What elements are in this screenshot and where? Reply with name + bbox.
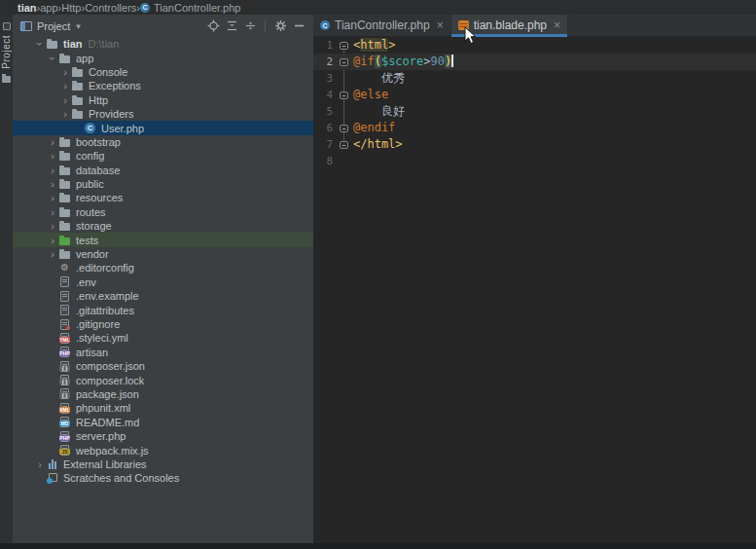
tab-close-icon[interactable]: × — [554, 18, 560, 32]
tree-item-label: storage — [76, 220, 112, 232]
tree-item-package-json[interactable]: ›{ }package.json — [13, 387, 313, 401]
tree-item-tian[interactable]: ›tianD:\tian — [13, 37, 313, 51]
editor-body[interactable]: 1<html>2@if($score>90)3 优秀4@else5 良好6@en… — [313, 37, 756, 542]
tree-item-config[interactable]: ›config — [13, 149, 313, 163]
gutter-line-number[interactable]: 1 — [313, 37, 337, 54]
fold-marker-icon[interactable] — [340, 125, 348, 132]
tree-item-composer-json[interactable]: ›{ }composer.json — [13, 359, 313, 373]
code-line-1[interactable]: 1<html> — [313, 37, 756, 54]
chevron-collapsed-icon: › — [59, 67, 71, 77]
tree-item-label: routes — [76, 206, 106, 218]
code-text: @endif — [350, 120, 395, 136]
fold-marker-icon[interactable] — [340, 141, 348, 149]
tree-item-providers[interactable]: ›Providers — [13, 107, 313, 121]
tab-tiancontroller-php[interactable]: CTianController.php× — [313, 15, 451, 36]
tree-item-label: .gitignore — [76, 318, 120, 330]
tree-item-phpunit-xml[interactable]: ›XMLphpunit.xml — [13, 401, 313, 415]
chevron-collapsed-icon: › — [59, 81, 71, 91]
fold-marker-icon[interactable] — [340, 42, 348, 50]
tool-window-stripe[interactable]: Project — [0, 15, 13, 549]
tree-item-tests[interactable]: ›tests — [13, 233, 313, 246]
tree-item-scratches-and-consoles[interactable]: ›Scratches and Consoles — [13, 471, 313, 485]
collapse-all-button[interactable] — [225, 19, 238, 33]
tree-item-user-php[interactable]: ›CUser.php — [13, 121, 313, 134]
breadcrumb-item-http[interactable]: Http — [61, 2, 81, 14]
gutter-line-number[interactable]: 6 — [313, 120, 337, 136]
tree-item-app[interactable]: ›app — [13, 51, 313, 64]
code-token: @else — [353, 88, 388, 101]
code-token: > — [423, 55, 430, 68]
tree-item-console[interactable]: ›Console — [13, 65, 313, 79]
fold-column — [337, 70, 350, 87]
tree-item-exceptions[interactable]: ›Exceptions — [13, 79, 313, 92]
code-line-8[interactable]: 8 — [313, 153, 756, 169]
code-line-5[interactable]: 5 良好 — [313, 103, 756, 120]
code-line-2[interactable]: 2@if($score>90) — [313, 54, 756, 70]
minus-icon — [293, 19, 306, 32]
breadcrumb-item-tian[interactable]: tian — [18, 2, 37, 14]
toolbar-divider — [265, 20, 266, 32]
gutter-line-number[interactable]: 4 — [313, 87, 337, 103]
code-token: > — [388, 38, 395, 52]
code-line-7[interactable]: 7</html> — [313, 136, 756, 153]
tree-item-readme-md[interactable]: ›MDREADME.md — [13, 416, 313, 429]
tree-item-database[interactable]: ›database — [13, 164, 313, 177]
tree-item-label: User.php — [101, 123, 144, 134]
project-tool-window: Project ▾ — [13, 15, 313, 543]
stripe-folder-icon — [2, 76, 11, 83]
folder-icon — [46, 38, 58, 50]
tab-close-icon[interactable]: × — [437, 18, 444, 32]
chevron-collapsed-icon: › — [34, 459, 46, 469]
tree-item-composer-lock[interactable]: ›{ }composer.lock — [13, 373, 313, 386]
tree-item-external-libraries[interactable]: ›External Libraries — [13, 458, 313, 471]
tree-item--styleci-yml[interactable]: ›YML.styleci.yml — [13, 331, 313, 345]
gutter-line-number[interactable]: 7 — [313, 136, 337, 153]
tree-item-http[interactable]: ›Http — [13, 93, 313, 107]
tree-item-label: Console — [89, 66, 127, 78]
json-file-icon: { } — [58, 375, 71, 386]
gutter-line-number[interactable]: 3 — [313, 70, 337, 87]
fold-marker-icon[interactable] — [340, 92, 348, 99]
breadcrumb-item-tiancontroller.php[interactable]: CTianController.php — [140, 2, 240, 14]
tree-item-label: server.php — [76, 430, 126, 442]
crosshair-icon — [207, 19, 220, 32]
hide-panel-button[interactable] — [292, 19, 306, 33]
tree-item--gitattributes[interactable]: ›.gitattributes — [13, 303, 313, 316]
tree-item-public[interactable]: ›public — [13, 177, 313, 191]
tree-item-routes[interactable]: ›routes — [13, 205, 313, 219]
expand-all-button[interactable] — [243, 19, 257, 33]
tree-item-server-php[interactable]: ›PHPserver.php — [13, 429, 313, 443]
folder-icon — [58, 192, 71, 203]
tree-item-path-hint: D:\tian — [89, 38, 120, 50]
tree-item--env[interactable]: ›.env — [13, 275, 313, 289]
breadcrumb-item-controllers[interactable]: Controllers — [85, 2, 136, 14]
tree-item--env-example[interactable]: ›.env.example — [13, 289, 313, 303]
chevron-down-icon[interactable]: ▾ — [76, 21, 81, 31]
fold-marker-icon[interactable] — [340, 58, 348, 66]
tree-item-bootstrap[interactable]: ›bootstrap — [13, 135, 313, 149]
folder-icon — [71, 66, 84, 78]
locate-file-button[interactable] — [206, 19, 220, 33]
code-line-4[interactable]: 4@else — [313, 87, 756, 103]
gutter-line-number[interactable]: 2 — [313, 54, 337, 70]
gutter-line-number[interactable]: 8 — [313, 153, 337, 169]
code-token: $score — [381, 55, 423, 68]
js-file-icon: JS — [58, 445, 71, 457]
stripe-project-label[interactable]: Project — [1, 35, 12, 69]
tree-item-vendor[interactable]: ›vendor — [13, 247, 313, 261]
code-line-3[interactable]: 3 优秀 — [313, 70, 756, 87]
tree-item-storage[interactable]: ›storage — [13, 219, 313, 233]
tree-item-artisan[interactable]: ›PHPartisan — [13, 346, 313, 359]
gutter-line-number[interactable]: 5 — [313, 103, 337, 120]
tree-item-resources[interactable]: ›resources — [13, 191, 313, 204]
tree-item--gitignore[interactable]: ›.gitignore — [13, 317, 313, 331]
code-line-6[interactable]: 6@endif — [313, 120, 756, 136]
fold-column — [337, 54, 350, 70]
tree-item--editorconfig[interactable]: ›⚙.editorconfig — [13, 261, 313, 274]
tree-item-webpack-mix-js[interactable]: ›JSwebpack.mix.js — [13, 443, 313, 457]
project-panel-title[interactable]: Project — [37, 20, 70, 32]
code-text: @if($score>90) — [350, 54, 453, 70]
breadcrumb-item-app[interactable]: app — [40, 2, 57, 14]
settings-button[interactable] — [273, 19, 287, 33]
project-tree: ›tianD:\tian›app›Console›Exceptions›Http… — [13, 37, 313, 486]
